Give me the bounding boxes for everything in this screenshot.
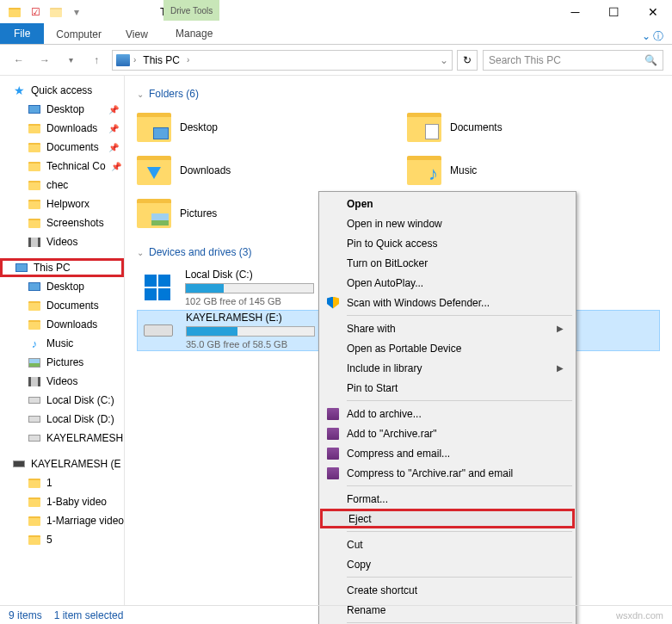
sidebar-item[interactable]: Local Disk (C:): [0, 391, 124, 410]
context-menu-item[interactable]: Format...: [321, 489, 574, 509]
sidebar-item[interactable]: Downloads: [0, 315, 124, 334]
sidebar-item[interactable]: Videos: [0, 372, 124, 391]
folder-label: Documents: [450, 121, 502, 133]
chevron-right-icon[interactable]: ›: [133, 55, 136, 65]
address-segment[interactable]: This PC: [139, 54, 183, 66]
recent-dropdown-icon[interactable]: ▾: [60, 50, 81, 71]
sidebar-item[interactable]: Documents📌: [0, 138, 124, 157]
menu-separator: [347, 485, 572, 486]
minimize-button[interactable]: ─: [556, 0, 595, 24]
sidebar-quick-access[interactable]: ★Quick access: [0, 81, 124, 100]
sidebar-item[interactable]: chec: [0, 176, 124, 195]
sidebar-item[interactable]: Helpworx: [0, 195, 124, 213]
context-menu-item[interactable]: Open as Portable Device: [321, 338, 574, 358]
sidebar-item[interactable]: Pictures: [0, 353, 124, 372]
watermark: wsxdn.com: [616, 610, 663, 621]
file-tab[interactable]: File: [0, 23, 44, 44]
context-menu-item[interactable]: Cut: [321, 534, 574, 554]
menu-label: Compress and email...: [347, 448, 450, 460]
menu-label: Copy: [347, 559, 371, 571]
context-menu-item[interactable]: Include in library▶: [321, 358, 574, 378]
manage-tab[interactable]: Manage: [163, 24, 225, 43]
search-placeholder: Search This PC: [489, 54, 561, 66]
menu-label: Add to "Archive.rar": [347, 428, 437, 440]
sidebar-item[interactable]: 1: [0, 473, 124, 492]
sidebar-this-pc[interactable]: This PC: [0, 258, 124, 277]
folders-header[interactable]: ⌄ Folders (6): [137, 88, 660, 100]
folder-item[interactable]: Desktop: [137, 108, 390, 146]
folder-label: Desktop: [180, 121, 218, 133]
menu-separator: [347, 531, 572, 532]
help-dropdown-icon[interactable]: ⌄ ⓘ: [633, 29, 672, 44]
sidebar-item[interactable]: 5: [0, 530, 124, 549]
sidebar-external-drive[interactable]: KAYELRAMESH (E: [0, 454, 124, 473]
context-menu-item[interactable]: Turn on BitLocker: [321, 253, 574, 273]
sidebar-item[interactable]: Local Disk (D:): [0, 410, 124, 429]
archive-icon: [326, 466, 340, 480]
sidebar-item[interactable]: Videos: [0, 232, 124, 251]
folder-icon: [137, 113, 171, 142]
qat-properties-icon[interactable]: ☑: [28, 5, 42, 19]
submenu-arrow-icon: ▶: [557, 363, 564, 373]
folder-item[interactable]: Documents: [407, 108, 660, 146]
context-menu-item[interactable]: Add to archive...: [321, 404, 574, 423]
drive-free-text: 35.0 GB free of 58.5 GB: [186, 339, 315, 349]
close-button[interactable]: ✕: [633, 0, 672, 24]
sidebar-item[interactable]: ♪Music: [0, 334, 124, 353]
menu-label: Format...: [347, 493, 388, 505]
context-menu-item[interactable]: Create shortcut: [321, 580, 574, 600]
menu-label: Share with: [347, 323, 396, 335]
address-bar: ← → ▾ ↑ › This PC › ⌄ ↻ Search This PC 🔍: [0, 45, 672, 76]
folder-item[interactable]: Downloads: [137, 151, 390, 189]
back-button[interactable]: ←: [9, 50, 29, 71]
sidebar-item[interactable]: KAYELRAMESH: [0, 429, 124, 448]
context-menu-item[interactable]: Copy: [321, 554, 574, 574]
folder-icon: [137, 156, 171, 185]
sidebar-item[interactable]: 1-Baby video: [0, 492, 124, 511]
drive-usage-bar: [186, 326, 315, 337]
refresh-button[interactable]: ↻: [457, 50, 478, 71]
folder-item[interactable]: Music: [407, 151, 660, 189]
sidebar-item[interactable]: Screenshots: [0, 213, 124, 232]
maximize-button[interactable]: ☐: [595, 0, 633, 24]
archive-icon: [326, 427, 340, 441]
menu-label: Create shortcut: [347, 584, 417, 596]
context-menu-item[interactable]: Open AutoPlay...: [321, 273, 574, 293]
collapse-icon[interactable]: ⌄: [137, 248, 144, 257]
menu-label: Eject: [348, 513, 372, 525]
menu-label: Pin to Start: [347, 382, 398, 394]
address-box[interactable]: › This PC › ⌄: [112, 50, 453, 71]
chevron-right-icon[interactable]: ›: [187, 55, 189, 65]
context-menu-item[interactable]: Compress and email...: [321, 443, 574, 463]
context-menu-item[interactable]: Scan with Windows Defender...: [321, 293, 574, 312]
menu-label: Open: [347, 198, 373, 210]
menu-label: Include in library: [347, 362, 422, 374]
folder-icon: [407, 156, 441, 185]
context-menu-item[interactable]: Open in new window: [321, 213, 574, 233]
drive-free-text: 102 GB free of 145 GB: [185, 296, 314, 306]
sidebar-item[interactable]: Desktop: [0, 277, 124, 296]
sidebar-item[interactable]: Technical Co📌: [0, 157, 124, 176]
sidebar-item[interactable]: Desktop📌: [0, 100, 124, 119]
up-button[interactable]: ↑: [86, 50, 107, 71]
computer-tab[interactable]: Computer: [44, 25, 114, 44]
context-menu-item[interactable]: Add to "Archive.rar": [321, 423, 574, 443]
context-menu-item[interactable]: Pin to Start: [321, 378, 574, 398]
qat-new-folder-icon[interactable]: [49, 5, 63, 19]
sidebar-item[interactable]: Documents: [0, 296, 124, 315]
context-menu-item[interactable]: Compress to "Archive.rar" and email: [321, 463, 574, 483]
navigation-pane: ★Quick accessDesktop📌Downloads📌Documents…: [0, 76, 125, 605]
context-menu-item[interactable]: Eject: [320, 509, 575, 528]
forward-button[interactable]: →: [34, 50, 55, 71]
sidebar-item[interactable]: 1-Marriage videos: [0, 511, 124, 530]
menu-label: Compress to "Archive.rar" and email: [347, 467, 513, 479]
qat-dropdown-icon[interactable]: ▾: [70, 5, 83, 19]
sidebar-item[interactable]: Downloads📌: [0, 119, 124, 138]
view-tab[interactable]: View: [114, 25, 160, 44]
search-input[interactable]: Search This PC 🔍: [483, 50, 663, 71]
collapse-icon[interactable]: ⌄: [137, 90, 144, 99]
context-menu-item[interactable]: Open: [321, 194, 574, 213]
address-dropdown-icon[interactable]: ⌄: [440, 54, 448, 66]
context-menu-item[interactable]: Share with▶: [321, 318, 574, 338]
context-menu-item[interactable]: Pin to Quick access: [321, 233, 574, 253]
